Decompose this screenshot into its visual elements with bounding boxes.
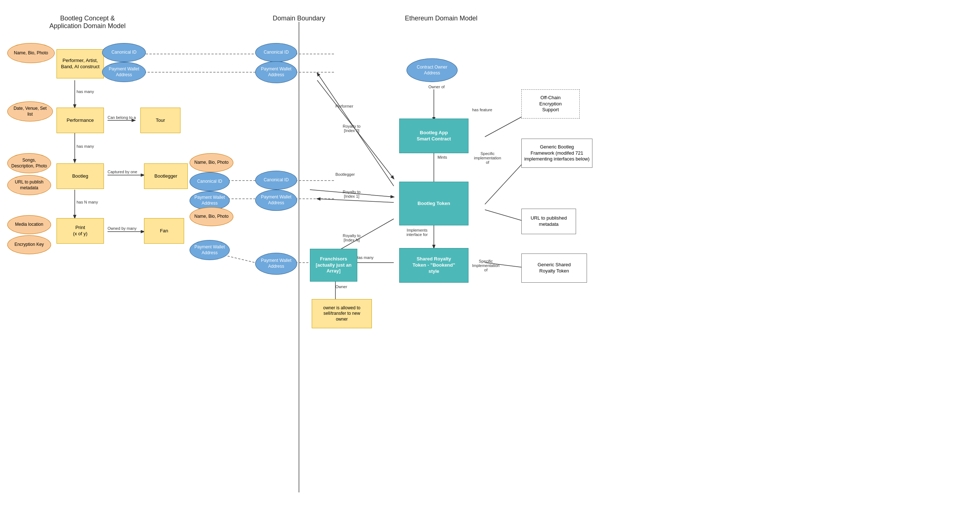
owner-of-label: Owner of	[428, 84, 445, 89]
bootleg-box: Bootleg	[57, 163, 104, 189]
canonical-id-center-2: Canonical ID	[255, 171, 297, 190]
canonical-id-2: Canonical ID	[189, 172, 230, 191]
bootlegger-label: Bootlegger	[336, 172, 355, 177]
name-bio-photo-2: Name, Bio, Photo	[189, 153, 233, 172]
off-chain-encryption-box: Off-ChainEncryptionSupport	[521, 89, 580, 118]
owner-label: Owner	[336, 284, 347, 289]
bootleg-app-contract-box: Bootleg AppSmart Contract	[399, 118, 468, 153]
performer-artist-box: Performer, Artist,Band, AI construct	[57, 49, 104, 78]
can-belong-to-label: Can belong to a	[108, 115, 136, 120]
diagram: Bootleg Concept &Application Domain Mode…	[0, 0, 980, 507]
payment-wallet-3: Payment WalletAddress	[189, 240, 230, 260]
payment-wallet-center-3: Payment WalletAddress	[255, 253, 297, 275]
performer-label: Performer	[336, 104, 353, 108]
name-bio-photo-3: Name, Bio, Photo	[189, 207, 233, 226]
has-many-3-label: Has many	[355, 255, 374, 260]
name-bio-photo-1: Name, Bio, Photo	[7, 43, 55, 63]
owned-by-many-label: Owned by many	[108, 226, 136, 231]
payment-wallet-center-1: Payment WalletAddress	[255, 61, 297, 83]
royalty-to-1-label: Royalty to[Index 1]	[343, 190, 361, 198]
has-many-2-label: has many	[76, 144, 94, 148]
url-published-meta-box: URL to publishedmetadata	[521, 209, 576, 234]
royalty-to-0-label: Royalty to[Index 0]	[343, 124, 361, 133]
generic-bootleg-framework-box: Generic BootlegFramework (modifed 721imp…	[521, 139, 592, 168]
performance-box: Performance	[57, 108, 104, 133]
title-center: Domain Boundary	[255, 14, 343, 22]
title-left: Bootleg Concept &Application Domain Mode…	[29, 14, 146, 30]
payment-wallet-1: Payment WalletAddress	[102, 62, 146, 82]
encryption-key: Encryption Key	[7, 235, 51, 254]
bootleg-token-box: Bootleg Token	[399, 182, 468, 225]
canonical-id-center-1: Canonical ID	[255, 43, 297, 62]
tour-box: Tour	[140, 108, 180, 133]
bootlegger-box: Bootlegger	[144, 163, 188, 189]
contract-owner-address: Contract OwnerAddress	[407, 58, 458, 82]
shared-royalty-token-box: Shared RoyaltyToken - "Bookend"style	[399, 248, 468, 283]
media-location: Media location	[7, 215, 51, 234]
songs-desc-photo: Songs,Description, Photo	[7, 153, 51, 173]
mints-label: Mints	[438, 155, 447, 159]
captured-by-one-label: Captured by one	[108, 170, 137, 174]
implements-interface-label: Implementsinterface for	[407, 228, 428, 237]
print-box: Print(x of y)	[57, 218, 104, 244]
canonical-id-1: Canonical ID	[102, 43, 146, 62]
has-n-many-label: has N many	[76, 200, 98, 204]
specific-impl-1-label: Specificimplementationof	[474, 151, 501, 164]
arrows-svg	[0, 0, 980, 507]
generic-shared-royalty-token-box: Generic SharedRoyalty Token	[521, 254, 587, 283]
fan-box: Fan	[144, 218, 184, 244]
has-feature-label: has feature	[472, 108, 492, 112]
title-right: Ethereum Domain Model	[383, 14, 500, 22]
specific-impl-2-label: SpecificImplementationof	[472, 259, 500, 272]
svg-line-28	[317, 199, 394, 202]
payment-wallet-center-2: Payment WalletAddress	[255, 190, 297, 211]
url-publish-meta: URL to publishmetadata	[7, 175, 51, 195]
date-venue-setlist: Date, Venue, Setlist	[7, 101, 53, 121]
owner-note-box: owner is allowed tosell/transfer to newo…	[312, 299, 372, 328]
has-many-1-label: has many	[76, 89, 94, 94]
franchisors-box: Franchisors[actually just anArray]	[310, 249, 357, 282]
royalty-to-n-label: Royalty to[Index N]	[343, 233, 361, 242]
